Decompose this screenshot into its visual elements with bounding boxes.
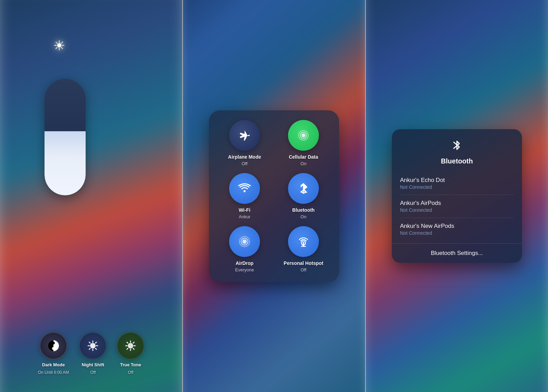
night-shift-sublabel: Off xyxy=(90,370,96,375)
dark-mode-label: Dark Mode xyxy=(42,362,65,367)
svg-point-12 xyxy=(128,343,133,348)
airplane-mode-sublabel: Off xyxy=(241,161,247,166)
bluetooth-device-list: Ankur's Echo Dot Not Connected Ankur's A… xyxy=(392,172,522,241)
night-shift-button[interactable]: Night Shift Off xyxy=(79,332,107,375)
bluetooth-header-icon xyxy=(450,139,463,155)
control-center-card: Airplane Mode Off Cellular Data On xyxy=(209,110,339,282)
true-tone-sublabel: Off xyxy=(128,370,133,375)
cc-grid: Airplane Mode Off Cellular Data On xyxy=(219,120,329,272)
svg-point-24 xyxy=(303,135,304,136)
true-tone-label: True Tone xyxy=(120,362,141,367)
svg-line-10 xyxy=(89,348,90,350)
bt-device-3-status: Not Connected xyxy=(400,230,514,236)
night-shift-label: Night Shift xyxy=(82,362,104,367)
svg-point-1 xyxy=(52,342,55,344)
airplane-mode-circle xyxy=(229,120,260,151)
svg-point-2 xyxy=(52,347,55,350)
svg-point-25 xyxy=(244,190,246,192)
hotspot-label: Personal Hotspot xyxy=(284,260,323,266)
bluetooth-on-sublabel: On xyxy=(300,214,306,219)
bt-device-2[interactable]: Ankur's AirPods Not Connected xyxy=(400,195,514,218)
airplane-mode-icon xyxy=(237,128,252,143)
airdrop-label: AirDrop xyxy=(236,260,253,266)
wifi-item[interactable]: Wi-Fi Ankur xyxy=(219,173,271,219)
bluetooth-symbol-icon xyxy=(450,139,463,152)
svg-point-31 xyxy=(244,241,246,243)
svg-line-9 xyxy=(96,348,97,350)
svg-line-11 xyxy=(96,342,97,343)
bluetooth-title: Bluetooth xyxy=(441,157,473,165)
bt-device-2-status: Not Connected xyxy=(400,207,514,213)
bluetooth-panel: Bluetooth Ankur's Echo Dot Not Connected… xyxy=(366,0,548,392)
bluetooth-header: Bluetooth xyxy=(392,129,522,172)
true-tone-icon xyxy=(124,340,137,352)
brightness-slider[interactable] xyxy=(45,79,86,195)
control-center-panel: Airplane Mode Off Cellular Data On xyxy=(183,0,365,392)
true-tone-button[interactable]: True Tone Off xyxy=(117,332,144,375)
svg-point-3 xyxy=(90,343,96,348)
svg-line-19 xyxy=(127,348,128,350)
airdrop-circle xyxy=(229,226,260,257)
bt-device-3-name: Ankur's New AirPods xyxy=(400,223,514,230)
svg-line-17 xyxy=(127,342,128,343)
dark-mode-circle xyxy=(40,332,67,359)
bluetooth-circle xyxy=(288,173,319,204)
bluetooth-settings-button[interactable]: Bluetooth Settings... xyxy=(392,244,522,263)
cellular-data-label: Cellular Data xyxy=(289,154,318,160)
display-controls: Dark Mode On Until 6:00 AM xyxy=(0,332,182,375)
bluetooth-item[interactable]: Bluetooth On xyxy=(277,173,329,219)
wifi-circle xyxy=(229,173,260,204)
bt-device-2-name: Ankur's AirPods xyxy=(400,200,514,207)
bt-device-1-name: Ankur's Echo Dot xyxy=(400,177,514,184)
airdrop-icon xyxy=(237,234,252,249)
airdrop-sublabel: Everyone xyxy=(235,267,254,272)
sun-icon: ☀ xyxy=(53,38,65,53)
svg-line-20 xyxy=(133,342,134,343)
bt-device-3[interactable]: Ankur's New AirPods Not Connected xyxy=(400,218,514,241)
cellular-data-item[interactable]: Cellular Data On xyxy=(277,120,329,166)
dark-mode-icon xyxy=(47,339,60,352)
wifi-label: Wi-Fi xyxy=(239,207,250,213)
bluetooth-card: Bluetooth Ankur's Echo Dot Not Connected… xyxy=(392,129,522,263)
night-shift-circle xyxy=(79,332,107,359)
airplane-mode-item[interactable]: Airplane Mode Off xyxy=(219,120,271,166)
hotspot-circle xyxy=(288,226,319,257)
airplane-mode-label: Airplane Mode xyxy=(228,154,261,160)
dark-mode-sublabel: On Until 6:00 AM xyxy=(38,370,69,375)
brightness-panel: ☀ Dark Mode On Until 6:00 AM xyxy=(0,0,182,392)
bt-device-1[interactable]: Ankur's Echo Dot Not Connected xyxy=(400,172,514,195)
hotspot-item[interactable]: Personal Hotspot Off xyxy=(277,226,329,272)
airdrop-item[interactable]: AirDrop Everyone xyxy=(219,226,271,272)
night-shift-icon xyxy=(87,340,99,352)
wifi-sublabel: Ankur xyxy=(239,214,250,219)
bluetooth-label: Bluetooth xyxy=(292,207,314,213)
hotspot-icon xyxy=(296,234,311,249)
bt-device-1-status: Not Connected xyxy=(400,184,514,190)
cellular-data-icon xyxy=(296,128,311,143)
dark-mode-button[interactable]: Dark Mode On Until 6:00 AM xyxy=(38,332,69,375)
svg-line-18 xyxy=(133,348,134,350)
cellular-data-sublabel: On xyxy=(300,161,306,166)
bluetooth-icon xyxy=(296,181,311,196)
wifi-icon xyxy=(237,181,252,196)
true-tone-circle xyxy=(117,332,144,359)
svg-line-8 xyxy=(89,342,90,343)
brightness-fill xyxy=(45,131,86,195)
hotspot-sublabel: Off xyxy=(300,267,306,272)
cellular-data-circle xyxy=(288,120,319,151)
